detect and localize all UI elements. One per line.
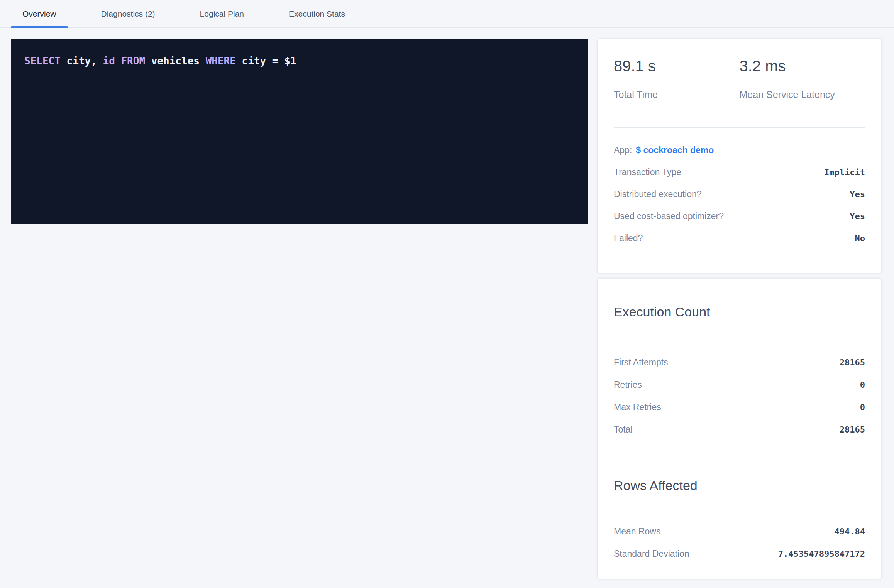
execution-count-title: Execution Count	[614, 279, 865, 320]
total-time-label: Total Time	[614, 88, 740, 101]
statement-tabs: Overview Diagnostics (2) Logical Plan Ex…	[0, 0, 894, 28]
mean-rows-row: Mean Rows 494.84	[614, 520, 865, 542]
app-link[interactable]: $ cockroach demo	[636, 145, 714, 155]
sql-text-token: vehicles	[145, 55, 206, 67]
sql-text-token: city,	[61, 55, 103, 67]
total-row: Total 28165	[614, 418, 865, 441]
row-label: Used cost-based optimizer?	[614, 211, 724, 221]
transaction-type-row: Transaction Type Implicit	[614, 161, 865, 183]
standard-deviation-row: Standard Deviation 7.453547895847172	[614, 542, 865, 565]
row-value: 494.84	[835, 527, 865, 536]
sql-text-token: city = $1	[236, 55, 296, 67]
mean-service-latency-label: Mean Service Latency	[740, 88, 865, 101]
sql-keyword-token: SELECT	[24, 55, 61, 67]
sql-text-token	[115, 55, 121, 67]
sql-keyword-token: WHERE	[206, 55, 236, 67]
summary-rows: App: $ cockroach demo Transaction Type I…	[614, 139, 865, 249]
total-time-stat: 89.1 s Total Time	[614, 57, 740, 101]
distributed-execution-row: Distributed execution? Yes	[614, 183, 865, 205]
tab-diagnostics[interactable]: Diagnostics (2)	[90, 0, 167, 27]
statement-details-column: 89.1 s Total Time 3.2 ms Mean Service La…	[598, 39, 881, 579]
row-label: Total	[614, 424, 633, 435]
row-value: 0	[860, 380, 865, 390]
row-label: Mean Rows	[614, 526, 660, 537]
row-label: Distributed execution?	[614, 189, 702, 199]
row-value: No	[855, 233, 865, 243]
row-value: Yes	[850, 211, 865, 221]
tab-execution-stats[interactable]: Execution Stats	[277, 0, 357, 27]
row-label: Standard Deviation	[614, 549, 689, 559]
mean-service-latency-value: 3.2 ms	[740, 57, 865, 75]
sql-keyword-token: FROM	[121, 55, 145, 67]
app-label: App:	[614, 145, 632, 155]
row-value: Yes	[850, 189, 865, 199]
first-attempts-row: First Attempts 28165	[614, 351, 865, 373]
tab-overview[interactable]: Overview	[11, 0, 68, 27]
rows-affected-rows: Mean Rows 494.84 Standard Deviation 7.45…	[614, 520, 865, 565]
row-value: 7.453547895847172	[778, 549, 865, 559]
failed-row: Failed? No	[614, 227, 865, 249]
sql-statement-box: SELECT city, id FROM vehicles WHERE city…	[11, 39, 588, 224]
row-label: Retries	[614, 380, 642, 390]
retries-row: Retries 0	[614, 373, 865, 396]
row-value: 28165	[840, 425, 865, 434]
summary-card: 89.1 s Total Time 3.2 ms Mean Service La…	[598, 39, 881, 273]
max-retries-row: Max Retries 0	[614, 396, 865, 418]
row-label: Transaction Type	[614, 167, 681, 177]
tab-logical-plan[interactable]: Logical Plan	[188, 0, 256, 27]
summary-divider	[614, 127, 865, 128]
row-label: Failed?	[614, 233, 643, 243]
mean-service-latency-stat: 3.2 ms Mean Service Latency	[740, 57, 865, 101]
row-label: First Attempts	[614, 357, 668, 368]
sql-statement: SELECT city, id FROM vehicles WHERE city…	[24, 55, 574, 67]
sql-keyword-token: id	[103, 55, 115, 67]
app-row: App: $ cockroach demo	[614, 139, 865, 161]
rows-affected-title: Rows Affected	[614, 477, 865, 494]
cost-based-optimizer-row: Used cost-based optimizer? Yes	[614, 205, 865, 227]
total-time-value: 89.1 s	[614, 57, 740, 75]
details-divider	[614, 455, 865, 455]
execution-details-card: Execution Count First Attempts 28165 Ret…	[598, 279, 881, 579]
headline-stats: 89.1 s Total Time 3.2 ms Mean Service La…	[614, 39, 865, 101]
execution-count-rows: First Attempts 28165 Retries 0 Max Retri…	[614, 351, 865, 441]
row-value: 0	[860, 402, 865, 412]
row-label: Max Retries	[614, 402, 661, 412]
row-value: Implicit	[824, 167, 865, 177]
row-value: 28165	[840, 358, 865, 367]
